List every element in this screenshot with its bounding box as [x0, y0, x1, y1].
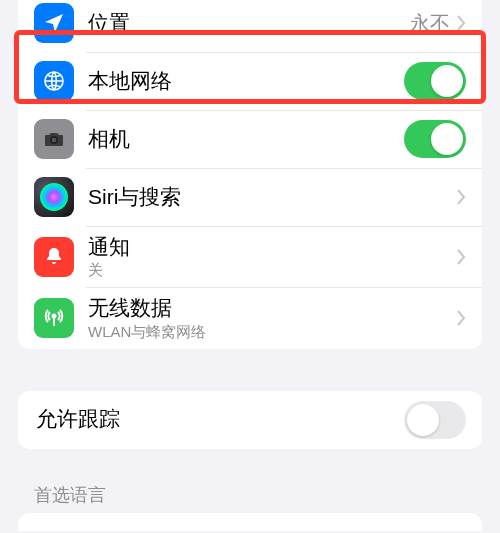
settings-group-language	[18, 513, 482, 531]
row-location[interactable]: 位置 永不	[18, 0, 482, 52]
row-value: 永不	[410, 10, 450, 37]
settings-group-permissions: 位置 永不 本地网络 相机	[18, 0, 482, 349]
svg-point-2	[52, 138, 56, 142]
row-label: 无线数据	[88, 295, 456, 321]
globe-icon	[34, 61, 74, 101]
row-local-network[interactable]: 本地网络	[18, 52, 482, 110]
antenna-icon	[34, 298, 74, 338]
row-label: Siri与搜索	[88, 184, 456, 210]
row-label: 本地网络	[88, 68, 404, 94]
row-label: 位置	[88, 10, 410, 36]
toggle-allow-tracking[interactable]	[404, 401, 466, 439]
row-allow-tracking[interactable]: 允许跟踪	[18, 391, 482, 449]
row-wireless-data[interactable]: 无线数据 WLAN与蜂窝网络	[18, 287, 482, 348]
row-sublabel: 关	[88, 261, 456, 279]
bell-icon	[34, 237, 74, 277]
chevron-right-icon	[456, 310, 466, 326]
chevron-right-icon	[456, 189, 466, 205]
row-label: 通知	[88, 234, 456, 260]
chevron-right-icon	[456, 15, 466, 31]
row-label: 允许跟踪	[36, 406, 404, 432]
row-camera[interactable]: 相机	[18, 110, 482, 168]
row-label: 相机	[88, 126, 404, 152]
toggle-local-network[interactable]	[404, 62, 466, 100]
siri-icon	[34, 177, 74, 217]
settings-group-tracking: 允许跟踪	[18, 391, 482, 449]
toggle-camera[interactable]	[404, 120, 466, 158]
row-notifications[interactable]: 通知 关	[18, 226, 482, 287]
camera-icon	[34, 119, 74, 159]
location-arrow-icon	[34, 3, 74, 43]
row-sublabel: WLAN与蜂窝网络	[88, 323, 456, 341]
row-siri-search[interactable]: Siri与搜索	[18, 168, 482, 226]
section-header-preferred-language: 首选语言	[0, 483, 500, 507]
chevron-right-icon	[456, 249, 466, 265]
